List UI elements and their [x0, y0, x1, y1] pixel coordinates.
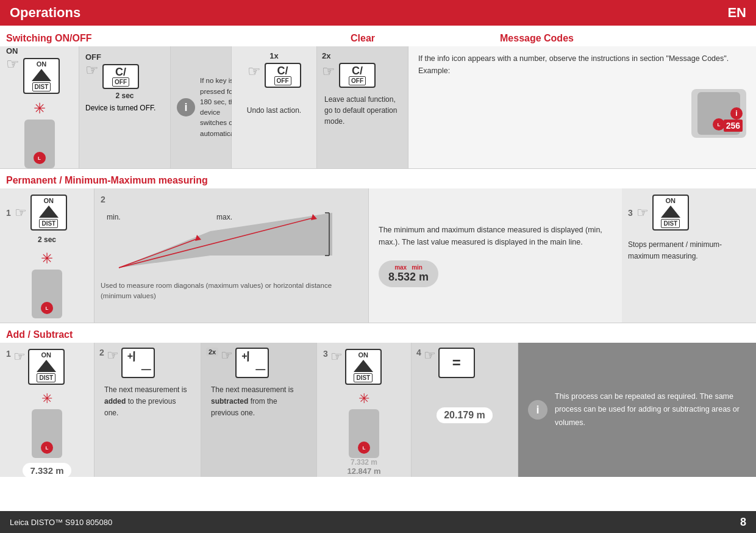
two-x-badge: 2x	[206, 348, 218, 356]
on-label: ON	[6, 46, 18, 55]
sub-text-part1: The next measurement is	[211, 385, 293, 394]
add-step2-panel: 2 ☞ + / — The next measurement is added …	[94, 343, 201, 477]
device-turned-off-text: Device is turned OFF.	[85, 104, 164, 112]
add-step2x-inner: 2x ☞ + / —	[206, 348, 312, 378]
add-triangle-icon	[37, 360, 56, 372]
repeat-text: This process can be repeated as required…	[555, 390, 746, 429]
on-btn-label: ON	[37, 60, 47, 68]
add-step2x-panel: 2x ☞ + / — The next measurement is subtr…	[201, 343, 317, 477]
message-codes-panel: If the info icon appears with a number, …	[408, 46, 756, 168]
sub-bold: subtracted	[211, 397, 248, 406]
perm-result-display: max min 8.532 m	[379, 256, 612, 287]
info-circle-repeat: i	[528, 400, 547, 420]
add-content-row: 1 ☞ ON DIST ✳ L 7.332 m 2 ☞	[0, 343, 756, 477]
message-title: Message Codes	[494, 29, 756, 46]
add-step3-on: ON	[358, 351, 369, 359]
permanent-section: Permanent / Minimum-Maximum measuring 1 …	[0, 169, 756, 323]
hand-add1-icon: ☞	[13, 349, 26, 365]
message-header: Message Codes	[494, 29, 756, 46]
perm-sec-label: 2 sec	[38, 235, 56, 244]
perm-device-thumb: L	[32, 270, 62, 318]
slash-symbol: /	[131, 349, 138, 365]
perm-stop-triangle	[661, 206, 680, 218]
clear-header: Clear	[232, 29, 494, 46]
add-value1: 7.332 m	[23, 463, 71, 478]
two-x-label: 2x	[322, 51, 403, 60]
added-text: The next measurement is added to the pre…	[99, 384, 196, 420]
permanent-header-bg: Permanent / Minimum-Maximum measuring	[0, 169, 756, 188]
clear-2x-button: C/ OFF	[339, 63, 376, 88]
add-on-indicator: ✳ L	[32, 391, 62, 458]
perm-value: 8.532 m	[388, 271, 429, 284]
add-step3-indicator: ✳ L	[349, 391, 379, 458]
hand-add2-icon: ☞	[107, 348, 119, 363]
add-subtract-title: Add / Subtract	[0, 326, 756, 343]
add-step1-num: 1	[6, 349, 11, 359]
max-badge: max	[394, 264, 407, 271]
clear2-off-label: OFF	[349, 76, 366, 85]
page-title: Operations	[10, 5, 80, 21]
perm-step1-header: 1 ☞ ON DIST	[6, 195, 88, 231]
add-step1-inner: 1 ☞ ON DIST	[6, 349, 88, 385]
header: Operations EN	[0, 0, 756, 26]
hand-on-icon: ☞	[6, 55, 20, 73]
hand-add2x-icon: ☞	[221, 348, 233, 363]
permanent-title: Permanent / Minimum-Maximum measuring	[0, 171, 756, 188]
result-display-bubble: max min 8.532 m	[379, 260, 438, 287]
add-step3-inner: 3 ☞ ON DIST	[323, 349, 405, 385]
one-x-label: 1x	[269, 51, 278, 60]
add-subtract-section: Add / Subtract 1 ☞ ON DIST ✳ L 7.332 m	[0, 323, 756, 477]
plus-minus-button[interactable]: + / —	[121, 348, 155, 378]
perm-stop-on: ON	[666, 197, 676, 204]
on-panel: ON ☞ ON DIST ✳ L	[0, 46, 79, 168]
perm-step2-num: 2	[101, 195, 105, 204]
hand-off-icon: ☞	[85, 62, 99, 79]
min-label: min.	[107, 213, 121, 221]
add-header-bg: Add / Subtract	[0, 323, 756, 343]
perm-on-indicator: ✳ L	[32, 250, 62, 318]
switching-title: Switching ON/OFF	[0, 29, 232, 46]
used-text: Used to measure room diagonals (maximum …	[101, 281, 362, 302]
clear1-c-slash: C/	[277, 65, 288, 76]
add-on-button: ON DIST	[28, 349, 65, 385]
add-step3-sunburst: ✳	[358, 391, 369, 407]
c-slash-label: C/	[115, 66, 126, 77]
undo-text: Undo last action.	[243, 106, 305, 115]
add-step3-logo: L	[358, 442, 370, 454]
hand-add4-icon: ☞	[424, 348, 436, 363]
plus-minus-button-2x[interactable]: + / —	[235, 348, 269, 378]
add-step2-num: 2	[99, 348, 104, 357]
clear-1x-panel: 1x ☞ C/ OFF Undo last action.	[232, 46, 317, 168]
perm-stop-dist: DIST	[661, 219, 680, 228]
perm-on-button: ON DIST	[30, 195, 67, 231]
message-codes-text: If the info icon appears with a number, …	[418, 52, 746, 77]
clear-2x-panel: 2x ☞ C/ OFF Leave actual function, go to…	[317, 46, 408, 168]
hand-perm1-icon: ☞	[15, 205, 27, 221]
info-panel: i If no key is pressed for 180 sec, the …	[171, 46, 232, 168]
off-label: OFF	[85, 52, 101, 62]
two-sec-label: 2 sec	[115, 91, 134, 100]
add-step3-values: 7.332 m 12.847 m	[348, 458, 381, 476]
added-bold: added	[104, 397, 126, 406]
add-step1-panel: 1 ☞ ON DIST ✳ L 7.332 m	[0, 343, 94, 477]
add-value3: 12.847 m	[348, 467, 381, 476]
language-label: EN	[727, 5, 746, 21]
hand-add3-icon: ☞	[330, 349, 343, 365]
min-max-diagram: min. max.	[101, 207, 332, 277]
add-step3-panel: 3 ☞ ON DIST ✳ L 7.332 m 12.847 m	[317, 343, 412, 477]
off-panel: OFF ☞ C/ OFF 2 sec Device is turned OFF.	[79, 46, 171, 168]
equals-button[interactable]: =	[438, 348, 475, 378]
subtracted-text: The next measurement is subtracted from …	[206, 384, 312, 420]
device-thumbnail-on: L	[24, 120, 55, 168]
minus-symbol: —	[141, 364, 151, 375]
switching-header: Switching ON/OFF	[0, 29, 232, 46]
add-step3-dist: DIST	[354, 373, 373, 382]
clear2-c-slash: C/	[352, 65, 363, 76]
add-step3-button: ON DIST	[345, 349, 382, 385]
off-button-graphic: C/ OFF	[102, 64, 139, 89]
footer-page: 8	[740, 516, 746, 529]
info-icon-small: i	[730, 107, 743, 120]
slash-symbol-2x: /	[245, 349, 252, 365]
sunburst-icon: ✳	[34, 100, 46, 117]
hand-perm3-icon: ☞	[637, 205, 649, 221]
